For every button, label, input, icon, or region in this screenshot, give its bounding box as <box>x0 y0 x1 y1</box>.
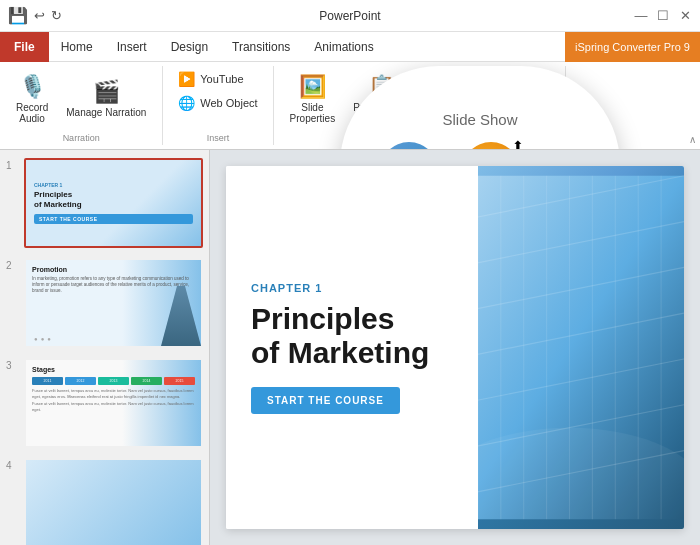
youtube-icon: ▶️ <box>178 71 195 87</box>
slide-chapter-1: CHAPTER 1 <box>34 182 193 188</box>
main-heading-line1: Principles <box>251 302 394 335</box>
slide-img-2: Promotion In marketing, promotion refers… <box>24 258 203 348</box>
player-button[interactable]: ⚙️ Player <box>421 75 465 122</box>
record-audio-button[interactable]: 🎙️ RecordAudio <box>10 70 54 128</box>
tab-animations[interactable]: Animations <box>302 32 385 62</box>
slide-num-1: 1 <box>6 158 18 248</box>
main-slide: CHAPTER 1 Principles of Marketing START … <box>226 166 684 529</box>
youtube-button[interactable]: ▶️ YouTube <box>173 68 262 90</box>
web-object-label: Web Object <box>200 97 257 109</box>
slide-person-figure <box>161 286 201 346</box>
publish-group-items: 🌐 Publish <box>498 68 543 143</box>
window-controls: — ☐ ✕ <box>634 9 692 23</box>
narration-group: 🎙️ RecordAudio 🎬 Manage Narration Narrat… <box>0 66 163 145</box>
slide-cta-1: START THE COURSE <box>34 214 193 224</box>
publish-label: Publish <box>504 107 537 118</box>
stages-body: Fusce ut velit laoreet, tempus arcu eu, … <box>32 388 195 399</box>
title-bar: 💾 ↩ ↻ PowerPoint — ☐ ✕ <box>0 0 700 32</box>
microphone-icon: 🎙️ <box>19 74 46 100</box>
tab-transitions[interactable]: Transitions <box>220 32 302 62</box>
main-slide-text: CHAPTER 1 Principles of Marketing START … <box>226 166 478 529</box>
slide-img-1: CHAPTER 1 Principlesof Marketing START T… <box>24 158 203 248</box>
narration-icon: 🎬 <box>93 79 120 105</box>
ribbon: 🎙️ RecordAudio 🎬 Manage Narration Narrat… <box>0 62 700 150</box>
slide-num-4: 4 <box>6 458 18 545</box>
record-audio-label: RecordAudio <box>16 102 48 124</box>
tab-file[interactable]: File <box>0 32 49 62</box>
slide-content-1: CHAPTER 1 Principlesof Marketing START T… <box>26 160 201 246</box>
slide-panel: 1 CHAPTER 1 Principlesof Marketing START… <box>0 150 210 545</box>
undo-icon[interactable]: ↩ <box>34 8 45 23</box>
app-title: PowerPoint <box>319 9 380 23</box>
publish-group-label: Publish <box>506 133 536 143</box>
tab-design[interactable]: Design <box>159 32 220 62</box>
slide-properties-label: SlideProperties <box>290 102 336 124</box>
tab-ispiring[interactable]: iSpring Converter Pro 9 <box>565 32 700 62</box>
main-slide-image <box>455 166 684 529</box>
youtube-label: YouTube <box>200 73 243 85</box>
main-cta-button[interactable]: START THE COURSE <box>251 387 400 414</box>
manage-narration-button[interactable]: 🎬 Manage Narration <box>60 75 152 122</box>
ribbon-tabs: File Home Insert Design Transitions Anim… <box>0 32 700 62</box>
building-svg <box>455 166 684 529</box>
slide-num-2: 2 <box>6 258 18 348</box>
title-bar-left: 💾 ↩ ↻ <box>8 6 62 25</box>
presentation-resources-label: PresentationResources <box>353 102 409 124</box>
narration-group-label: Narration <box>63 133 100 143</box>
insert-group-label: Insert <box>207 133 230 143</box>
stage-5: 2015 <box>164 377 195 385</box>
presentation-resources-button[interactable]: 📋 PresentationResources <box>347 70 415 128</box>
stage-4: 2014 <box>131 377 162 385</box>
slide-properties-icon: 🖼️ <box>299 74 326 100</box>
redo-icon[interactable]: ↻ <box>51 8 62 23</box>
stage-2: 2012 <box>65 377 96 385</box>
ribbon-collapse-icon[interactable]: ∧ <box>689 134 696 145</box>
stage-1: 2011 <box>32 377 63 385</box>
slide-heading-1: Principlesof Marketing <box>34 190 193 209</box>
slide-thumb-4[interactable]: 4 <box>6 458 203 545</box>
insert-group: ▶️ YouTube 🌐 Web Object Insert <box>163 66 273 145</box>
player-label: Player <box>429 107 457 118</box>
slide-promo-text: In marketing, promotion refers to any ty… <box>32 276 195 294</box>
slide-img-4 <box>24 458 203 545</box>
stage-3: 2013 <box>98 377 129 385</box>
maximize-button[interactable]: ☐ <box>656 9 670 23</box>
minimize-button[interactable]: — <box>634 9 648 23</box>
narration-group-items: 🎙️ RecordAudio 🎬 Manage Narration <box>10 68 152 143</box>
main-chapter: CHAPTER 1 <box>251 282 453 294</box>
presentation-group: 🖼️ SlideProperties 📋 PresentationResourc… <box>274 66 477 145</box>
main-area: 1 CHAPTER 1 Principlesof Marketing START… <box>0 150 700 545</box>
main-heading: Principles of Marketing <box>251 302 453 371</box>
tab-home[interactable]: Home <box>49 32 105 62</box>
insert-group-items: ▶️ YouTube 🌐 Web Object <box>173 68 262 143</box>
publish-button[interactable]: 🌐 Publish <box>498 75 543 122</box>
tab-insert[interactable]: Insert <box>105 32 159 62</box>
slide-content-3: Stages 2011 2012 2013 2014 2015 Fusce ut… <box>26 360 201 446</box>
slide-promo-heading: Promotion <box>32 266 195 273</box>
slide-img-3: Stages 2011 2012 2013 2014 2015 Fusce ut… <box>24 358 203 448</box>
manage-narration-label: Manage Narration <box>66 107 146 118</box>
presentation-group-items: 🖼️ SlideProperties 📋 PresentationResourc… <box>284 68 466 143</box>
player-icon: ⚙️ <box>430 79 457 105</box>
slide-thumb-3[interactable]: 3 Stages 2011 2012 2013 2014 2015 Fusce … <box>6 358 203 448</box>
slide-thumb-1[interactable]: 1 CHAPTER 1 Principlesof Marketing START… <box>6 158 203 248</box>
publish-icon: 🌐 <box>507 79 534 105</box>
close-button[interactable]: ✕ <box>678 9 692 23</box>
main-heading-line2: of Marketing <box>251 336 429 369</box>
svg-point-17 <box>455 428 684 529</box>
save-icon[interactable]: 💾 <box>8 6 28 25</box>
web-object-button[interactable]: 🌐 Web Object <box>173 92 262 114</box>
stages-body2: Fusce ut velit laoreet, tempus arcu eu, … <box>32 401 195 412</box>
web-icon: 🌐 <box>178 95 195 111</box>
presentation-group-label: Presentation <box>349 133 400 143</box>
slide-stages-title: Stages <box>32 366 195 373</box>
slide-content-2: Promotion In marketing, promotion refers… <box>26 260 201 346</box>
slide-properties-button[interactable]: 🖼️ SlideProperties <box>284 70 342 128</box>
slide-thumb-2[interactable]: 2 Promotion In marketing, promotion refe… <box>6 258 203 348</box>
main-preview: CHAPTER 1 Principles of Marketing START … <box>210 150 700 545</box>
slide-num-3: 3 <box>6 358 18 448</box>
publish-group: 🌐 Publish Publish <box>476 66 566 145</box>
presentation-resources-icon: 📋 <box>368 74 395 100</box>
stages-bar: 2011 2012 2013 2014 2015 <box>32 377 195 385</box>
